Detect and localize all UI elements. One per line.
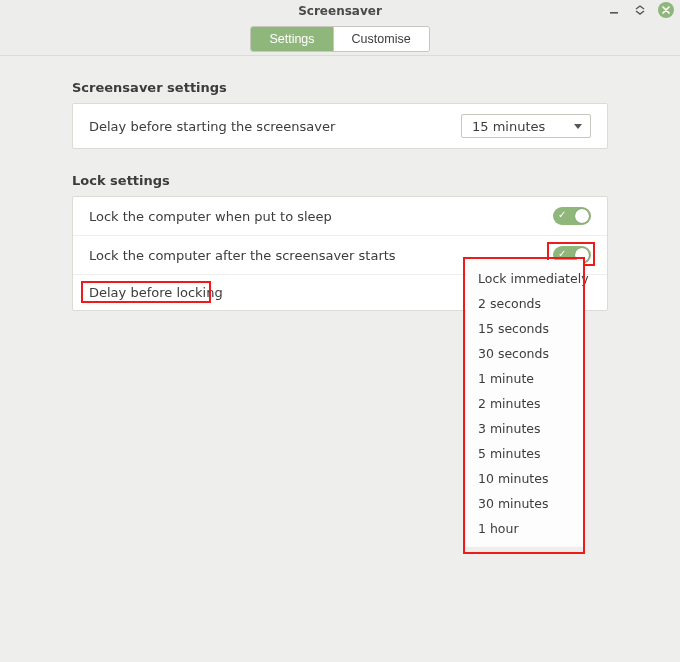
select-value: 15 minutes — [472, 119, 545, 134]
delay-lock-menu-item[interactable]: Lock immediately — [466, 266, 584, 291]
delay-lock-menu-item[interactable]: 10 minutes — [466, 466, 584, 491]
tab-customise[interactable]: Customise — [333, 27, 429, 51]
close-icon[interactable] — [658, 2, 674, 18]
screensaver-section-title: Screensaver settings — [72, 80, 608, 95]
delay-lock-menu-item[interactable]: 15 seconds — [466, 316, 584, 341]
screensaver-panel: Delay before starting the screensaver 15… — [72, 103, 608, 149]
checkmark-icon: ✓ — [558, 210, 568, 220]
lock-sleep-toggle[interactable]: ✓ — [553, 207, 591, 225]
delay-lock-menu-item[interactable]: 30 seconds — [466, 341, 584, 366]
row-label: Delay before locking — [89, 285, 223, 300]
content: Screensaver settings Delay before starti… — [0, 56, 680, 311]
delay-lock-menu-item[interactable]: 1 hour — [466, 516, 584, 541]
minimize-icon[interactable] — [606, 2, 622, 18]
titlebar: Screensaver — [0, 0, 680, 22]
tab-settings[interactable]: Settings — [251, 27, 332, 51]
checkmark-icon: ✓ — [558, 249, 568, 259]
row-lock-sleep: Lock the computer when put to sleep ✓ — [73, 197, 607, 235]
delay-lock-menu-item[interactable]: 2 seconds — [466, 291, 584, 316]
toolbar: Settings Customise — [0, 22, 680, 56]
delay-lock-menu-item[interactable]: 3 minutes — [466, 416, 584, 441]
row-label: Lock the computer when put to sleep — [89, 209, 332, 224]
row-label: Delay before starting the screensaver — [89, 119, 335, 134]
view-switcher: Settings Customise — [250, 26, 429, 52]
delay-start-select[interactable]: 15 minutes — [461, 114, 591, 138]
row-label-container: Delay before locking — [89, 285, 223, 300]
window-title: Screensaver — [298, 4, 382, 18]
delay-lock-menu[interactable]: Lock immediately2 seconds15 seconds30 se… — [466, 260, 584, 547]
chevron-down-icon — [574, 124, 582, 129]
lock-section-title: Lock settings — [72, 173, 608, 188]
window-controls — [606, 2, 674, 18]
delay-lock-menu-item[interactable]: 2 minutes — [466, 391, 584, 416]
svg-rect-0 — [610, 12, 618, 14]
maximize-icon[interactable] — [632, 2, 648, 18]
delay-lock-menu-item[interactable]: 5 minutes — [466, 441, 584, 466]
row-delay-start: Delay before starting the screensaver 15… — [73, 104, 607, 148]
delay-lock-menu-item[interactable]: 30 minutes — [466, 491, 584, 516]
delay-lock-menu-item[interactable]: 1 minute — [466, 366, 584, 391]
row-label: Lock the computer after the screensaver … — [89, 248, 396, 263]
